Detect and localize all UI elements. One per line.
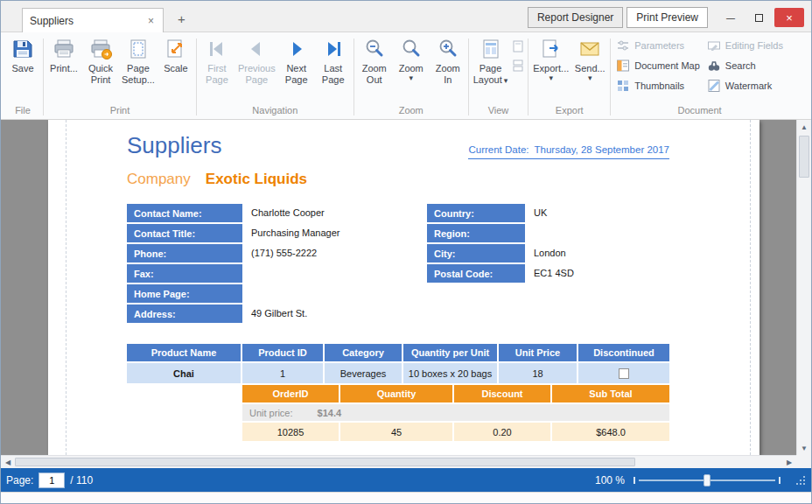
report-page: Suppliers Current Date:Thursday, 28 Sept… <box>48 120 760 455</box>
editing-fields-button: Editing Fields <box>707 38 783 52</box>
field-label: Country: <box>427 204 525 222</box>
quick-print-icon <box>89 38 112 60</box>
horizontal-scrollbar[interactable]: ◀ ▶ <box>1 455 796 468</box>
field-label: Address: <box>127 304 242 323</box>
scale-button[interactable]: Scale <box>158 35 194 75</box>
thumbnails-label: Thumbnails <box>634 80 684 91</box>
page-number-input[interactable] <box>38 472 65 488</box>
ribbon-group-label-print: Print <box>46 103 194 119</box>
save-button[interactable]: Save <box>4 35 41 75</box>
watermark-button[interactable]: Watermark <box>707 79 783 93</box>
thumbnails-icon <box>616 79 630 93</box>
quick-print-button[interactable]: QuickPrint <box>82 35 119 87</box>
resize-grip[interactable] <box>796 475 806 485</box>
field-value <box>242 264 251 283</box>
zoom-out-button[interactable]: ZoomOut <box>356 35 393 87</box>
scroll-right-icon[interactable]: ▶ <box>782 456 796 468</box>
scale-label: Scale <box>164 63 188 74</box>
first-page-icon <box>206 38 228 60</box>
first-page-label: FirstPage <box>206 63 228 86</box>
ribbon-separator <box>468 38 469 116</box>
ribbon-group-label-view: View <box>471 103 527 119</box>
field-label: Region: <box>427 224 525 242</box>
margin-guide-right <box>750 120 751 455</box>
tab-close-icon[interactable]: × <box>146 16 156 26</box>
vertical-scrollbar-thumb[interactable] <box>799 136 809 178</box>
minimize-button[interactable]: — <box>718 8 743 27</box>
maximize-button[interactable] <box>746 8 771 27</box>
product-id-cell: 1 <box>242 363 323 383</box>
new-tab-button[interactable]: + <box>172 11 191 26</box>
ribbon-group-zoom: ZoomOut Zoom ▾ <box>356 35 466 119</box>
export-icon <box>540 38 563 60</box>
close-icon: × <box>786 11 793 24</box>
page-layout-icon <box>480 38 502 60</box>
horizontal-scrollbar-thumb[interactable] <box>15 458 635 466</box>
parameters-icon <box>616 38 630 52</box>
current-date-value: Thursday, 28 September 2017 <box>535 144 670 155</box>
thumbnails-button[interactable]: Thumbnails <box>616 79 700 93</box>
unit-price-label: Unit price: <box>249 408 293 418</box>
next-page-button[interactable]: NextPage <box>278 35 315 87</box>
document-viewport[interactable]: Suppliers Current Date:Thursday, 28 Sept… <box>1 120 811 468</box>
last-page-label: LastPage <box>322 63 345 86</box>
contact-section: Contact Name:Charlotte Cooper Contact Ti… <box>127 204 669 325</box>
zoom-icon <box>400 38 423 60</box>
close-button[interactable]: × <box>774 8 804 27</box>
ribbon-group-label-document: Document <box>612 103 787 119</box>
document-tab-suppliers[interactable]: Suppliers × <box>22 8 164 32</box>
current-date-label: Current Date: <box>468 144 528 155</box>
zoom-out-label: ZoomOut <box>362 63 387 86</box>
maximize-icon <box>755 14 763 22</box>
ribbon-group-navigation: FirstPage PreviousPage NextPage <box>199 35 352 119</box>
order-table-header: Quantity <box>340 385 452 402</box>
field-label: Contact Name: <box>127 204 242 222</box>
window-bottom-edge <box>1 492 811 503</box>
order-subtotal-cell: $648.0 <box>552 423 669 441</box>
report-title: Suppliers <box>127 132 221 159</box>
zoom-slider-thumb[interactable] <box>704 474 710 486</box>
page-setup-icon <box>127 38 150 60</box>
print-button[interactable]: Print... <box>46 35 82 75</box>
app-window: Suppliers × + Report Designer Print Prev… <box>0 0 812 504</box>
page-setup-label: PageSetup... <box>122 63 155 86</box>
tab-report-designer[interactable]: Report Designer <box>528 7 623 28</box>
send-button[interactable]: Send... ▾ <box>571 35 608 82</box>
document-map-button[interactable]: Document Map <box>616 59 700 73</box>
facing-pages-icon <box>512 40 524 52</box>
margin-guide-left <box>66 120 66 455</box>
zoom-slider-max[interactable] <box>779 477 780 484</box>
page-setup-button[interactable]: PageSetup... <box>119 35 158 87</box>
zoom-in-button[interactable]: ZoomIn <box>430 35 466 87</box>
product-table-header: Product Name <box>127 344 241 361</box>
product-table-header: Quantity per Unit <box>403 344 497 361</box>
order-quantity-cell: 45 <box>340 423 452 441</box>
scroll-left-icon[interactable]: ◀ <box>1 456 15 468</box>
ribbon-separator <box>354 38 354 116</box>
search-button[interactable]: Search <box>707 59 783 73</box>
parameters-button: Parameters <box>616 38 700 52</box>
page-layout-button[interactable]: PageLayout▾ <box>471 35 511 87</box>
zoom-in-icon <box>437 38 459 60</box>
last-page-icon <box>322 38 345 60</box>
last-page-button[interactable]: LastPage <box>315 35 352 87</box>
scroll-down-icon[interactable]: ▼ <box>797 441 811 455</box>
category-cell: Beverages <box>325 363 402 383</box>
zoom-slider-min[interactable] <box>634 477 635 484</box>
zoom-slider[interactable] <box>634 473 780 487</box>
ribbon-group-print: Print... QuickPrint <box>46 35 194 119</box>
field-value: UK <box>525 204 547 222</box>
zoom-button[interactable]: Zoom ▾ <box>393 35 430 82</box>
save-icon <box>11 38 34 60</box>
ribbon-group-file: Save File <box>4 35 41 119</box>
vertical-scrollbar[interactable]: ▲ ▼ <box>796 120 811 455</box>
chevron-down-icon: ▾ <box>588 74 592 81</box>
field-value: London <box>525 244 566 262</box>
export-button[interactable]: Export... ▾ <box>530 35 571 82</box>
chevron-down-icon: ▾ <box>409 74 413 81</box>
scroll-up-icon[interactable]: ▲ <box>797 120 811 134</box>
product-table-header: Product ID <box>242 344 323 361</box>
field-label: Home Page: <box>127 284 242 303</box>
field-value: Charlotte Cooper <box>242 204 325 222</box>
tab-print-preview[interactable]: Print Preview <box>626 7 708 28</box>
